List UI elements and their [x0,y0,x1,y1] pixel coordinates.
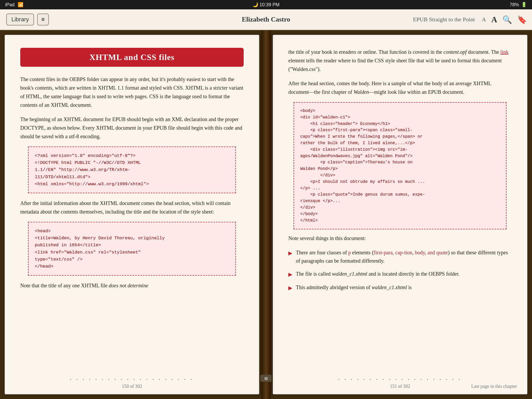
right-para-2: After the head section, comes the body. … [288,79,512,96]
code-text-right: <body> <div id="walden-c1"> <h1 class="h… [300,108,500,224]
wifi-icon: 📶 [18,2,23,8]
code-box-right: <body> <div id="walden-c1"> <h1 class="h… [294,102,507,229]
page-left: XHTML and CSS files The content files in… [5,35,259,394]
bullet-text-2: The file is called walden_c1.xhtml and i… [296,270,460,278]
code-box-2: <head> <title>Walden, by Henry David Tho… [28,222,236,276]
status-left: iPad 📶 [5,2,23,8]
content-opf-italic: content.opf [443,49,467,55]
font-small-icon[interactable]: A [482,16,486,23]
toc-button[interactable]: ≡ [37,14,49,25]
right-para-1: the title of your book in ereaders or on… [288,48,512,74]
moon-icon: 🌙 [252,2,258,7]
page-num-left: 150 of 302 [5,384,259,389]
para4-italic: does not determine [109,283,148,288]
para-classes: first-para, cap-tion, body, and quote [374,250,448,255]
bullet-item-1: ▶ There are four classes of p elements (… [288,248,512,265]
left-para-4: Note that the title of any one XHTML fil… [20,281,244,290]
library-button[interactable]: Library [6,14,34,25]
p-red: p [348,250,351,255]
status-time: 🌙 10:39 PM [252,2,280,8]
font-large-icon[interactable]: A [491,15,497,24]
walden-xhtml-italic: walden_c1.xhtml [372,284,407,290]
page-dots-right: • • • • • • • • • • • • • • • • • • • • [273,378,527,382]
book-title: EPUB Straight to the Point [413,16,475,23]
chapter-note: Last page in this chapter [471,384,517,389]
bookmark-icon[interactable]: 🔖 [517,15,527,24]
code-text-2: <head> <title>Walden, by Henry David Tho… [35,228,229,270]
left-para-1: The content files in the OEBPS folder ca… [20,75,244,109]
nav-left: Library ≡ [6,14,49,25]
page-indicator-icon: ▤ [264,376,268,381]
page-right: the title of your book in ereaders or on… [273,35,527,394]
left-para-2: The beginning of an XHTML document for E… [20,115,244,141]
left-para-3: After the initial information about the … [20,199,244,216]
link-element: link [500,49,508,55]
book-container: XHTML and CSS files The content files in… [0,30,532,399]
status-right: 78% 🔋 [510,2,527,8]
para4-start: Note that the title of any one XHTML fil… [20,283,109,288]
ipad-label: iPad [5,2,15,8]
page-dots-left: • • • • • • • • • • • • • • • • • • • • [5,378,259,382]
bullet-arrow-3: ▶ [288,284,292,292]
time-display: 10:39 PM [260,2,280,7]
code-box-1: <?xml version="1.0" encoding="utf-8"?> <… [28,147,236,193]
bullet-item-2: ▶ The file is called walden_c1.xhtml and… [288,270,512,278]
walden-italic: Walden [354,89,369,95]
note-intro: Note several things in this document: [288,234,512,243]
filename-italic: walden_c1.xhtml [332,271,367,277]
dots-right: • • • • • • • • • • • • • • • • • • • • [338,378,462,382]
bullet-list: ▶ There are four classes of p elements (… [288,248,512,292]
book-spine [261,30,271,399]
battery-icon: 🔋 [521,2,527,8]
bullet-arrow-2: ▶ [288,270,292,278]
code-text-1: <?xml version="1.0" encoding="utf-8"?> <… [35,152,229,188]
bullet-text-3: This admittedly abridged version of wald… [296,283,412,291]
bullet-text-1: There are four classes of p elements (fi… [296,248,512,265]
bullet-arrow-1: ▶ [288,249,292,257]
nav-bar: Library ≡ Elizabeth Castro EPUB Straight… [0,9,532,30]
author-title: Elizabeth Castro [242,16,290,23]
status-bar: iPad 📶 🌙 10:39 PM 78% 🔋 [0,0,532,9]
battery-label: 78% [510,2,519,8]
nav-right-icons: A A 🔍 🔖 [482,15,527,24]
search-icon[interactable]: 🔍 [502,15,512,24]
chapter-heading: XHTML and CSS files [20,48,244,67]
dots-left: • • • • • • • • • • • • • • • • • • • • [70,378,194,382]
page-indicator-btn[interactable]: ▤ [260,375,272,382]
bullet-item-3: ▶ This admittedly abridged version of wa… [288,283,512,292]
